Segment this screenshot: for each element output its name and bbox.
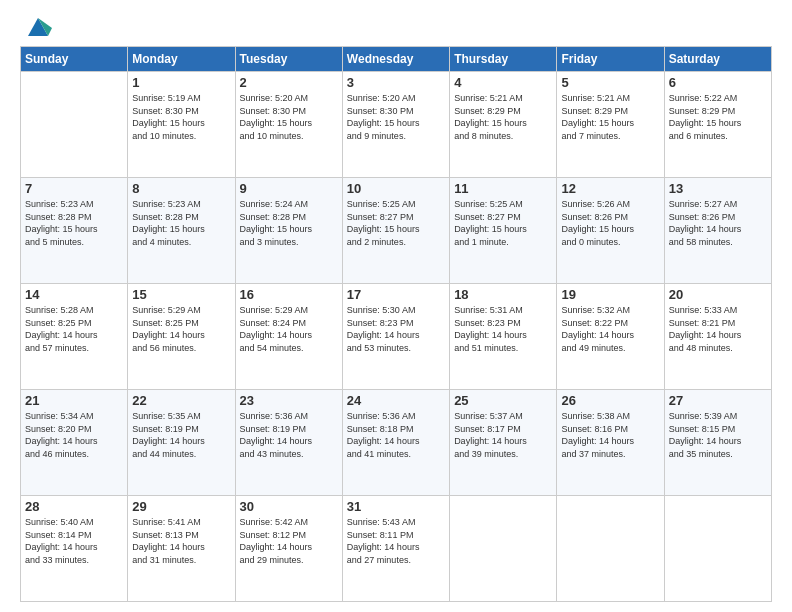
cell-info: Sunrise: 5:21 AM Sunset: 8:29 PM Dayligh… bbox=[454, 92, 552, 142]
cell-info: Sunrise: 5:33 AM Sunset: 8:21 PM Dayligh… bbox=[669, 304, 767, 354]
calendar-cell: 27Sunrise: 5:39 AM Sunset: 8:15 PM Dayli… bbox=[664, 390, 771, 496]
calendar-cell: 29Sunrise: 5:41 AM Sunset: 8:13 PM Dayli… bbox=[128, 496, 235, 602]
cell-info: Sunrise: 5:19 AM Sunset: 8:30 PM Dayligh… bbox=[132, 92, 230, 142]
page: SundayMondayTuesdayWednesdayThursdayFrid… bbox=[0, 0, 792, 612]
cell-info: Sunrise: 5:21 AM Sunset: 8:29 PM Dayligh… bbox=[561, 92, 659, 142]
day-number: 4 bbox=[454, 75, 552, 90]
cell-info: Sunrise: 5:20 AM Sunset: 8:30 PM Dayligh… bbox=[240, 92, 338, 142]
calendar-week-3: 14Sunrise: 5:28 AM Sunset: 8:25 PM Dayli… bbox=[21, 284, 772, 390]
day-number: 7 bbox=[25, 181, 123, 196]
calendar-cell: 19Sunrise: 5:32 AM Sunset: 8:22 PM Dayli… bbox=[557, 284, 664, 390]
calendar-cell bbox=[450, 496, 557, 602]
cell-info: Sunrise: 5:31 AM Sunset: 8:23 PM Dayligh… bbox=[454, 304, 552, 354]
day-number: 17 bbox=[347, 287, 445, 302]
day-number: 12 bbox=[561, 181, 659, 196]
calendar-cell bbox=[21, 72, 128, 178]
calendar-cell: 26Sunrise: 5:38 AM Sunset: 8:16 PM Dayli… bbox=[557, 390, 664, 496]
calendar-cell: 11Sunrise: 5:25 AM Sunset: 8:27 PM Dayli… bbox=[450, 178, 557, 284]
calendar-table: SundayMondayTuesdayWednesdayThursdayFrid… bbox=[20, 46, 772, 602]
day-number: 30 bbox=[240, 499, 338, 514]
cell-info: Sunrise: 5:29 AM Sunset: 8:24 PM Dayligh… bbox=[240, 304, 338, 354]
calendar-header-row: SundayMondayTuesdayWednesdayThursdayFrid… bbox=[21, 47, 772, 72]
calendar-cell: 10Sunrise: 5:25 AM Sunset: 8:27 PM Dayli… bbox=[342, 178, 449, 284]
calendar-cell: 3Sunrise: 5:20 AM Sunset: 8:30 PM Daylig… bbox=[342, 72, 449, 178]
logo bbox=[20, 16, 52, 40]
day-number: 21 bbox=[25, 393, 123, 408]
calendar-cell bbox=[664, 496, 771, 602]
day-number: 10 bbox=[347, 181, 445, 196]
calendar-header-saturday: Saturday bbox=[664, 47, 771, 72]
logo-icon bbox=[24, 12, 52, 40]
cell-info: Sunrise: 5:42 AM Sunset: 8:12 PM Dayligh… bbox=[240, 516, 338, 566]
day-number: 25 bbox=[454, 393, 552, 408]
cell-info: Sunrise: 5:25 AM Sunset: 8:27 PM Dayligh… bbox=[454, 198, 552, 248]
calendar-cell: 6Sunrise: 5:22 AM Sunset: 8:29 PM Daylig… bbox=[664, 72, 771, 178]
calendar-cell: 17Sunrise: 5:30 AM Sunset: 8:23 PM Dayli… bbox=[342, 284, 449, 390]
cell-info: Sunrise: 5:40 AM Sunset: 8:14 PM Dayligh… bbox=[25, 516, 123, 566]
cell-info: Sunrise: 5:35 AM Sunset: 8:19 PM Dayligh… bbox=[132, 410, 230, 460]
cell-info: Sunrise: 5:25 AM Sunset: 8:27 PM Dayligh… bbox=[347, 198, 445, 248]
cell-info: Sunrise: 5:24 AM Sunset: 8:28 PM Dayligh… bbox=[240, 198, 338, 248]
day-number: 16 bbox=[240, 287, 338, 302]
day-number: 29 bbox=[132, 499, 230, 514]
calendar-cell: 1Sunrise: 5:19 AM Sunset: 8:30 PM Daylig… bbox=[128, 72, 235, 178]
calendar-week-5: 28Sunrise: 5:40 AM Sunset: 8:14 PM Dayli… bbox=[21, 496, 772, 602]
cell-info: Sunrise: 5:36 AM Sunset: 8:19 PM Dayligh… bbox=[240, 410, 338, 460]
cell-info: Sunrise: 5:38 AM Sunset: 8:16 PM Dayligh… bbox=[561, 410, 659, 460]
calendar-cell: 4Sunrise: 5:21 AM Sunset: 8:29 PM Daylig… bbox=[450, 72, 557, 178]
day-number: 13 bbox=[669, 181, 767, 196]
cell-info: Sunrise: 5:26 AM Sunset: 8:26 PM Dayligh… bbox=[561, 198, 659, 248]
day-number: 18 bbox=[454, 287, 552, 302]
calendar-cell: 13Sunrise: 5:27 AM Sunset: 8:26 PM Dayli… bbox=[664, 178, 771, 284]
day-number: 8 bbox=[132, 181, 230, 196]
cell-info: Sunrise: 5:43 AM Sunset: 8:11 PM Dayligh… bbox=[347, 516, 445, 566]
calendar-week-4: 21Sunrise: 5:34 AM Sunset: 8:20 PM Dayli… bbox=[21, 390, 772, 496]
day-number: 9 bbox=[240, 181, 338, 196]
calendar-cell: 24Sunrise: 5:36 AM Sunset: 8:18 PM Dayli… bbox=[342, 390, 449, 496]
calendar-header-wednesday: Wednesday bbox=[342, 47, 449, 72]
calendar-cell: 15Sunrise: 5:29 AM Sunset: 8:25 PM Dayli… bbox=[128, 284, 235, 390]
cell-info: Sunrise: 5:29 AM Sunset: 8:25 PM Dayligh… bbox=[132, 304, 230, 354]
cell-info: Sunrise: 5:39 AM Sunset: 8:15 PM Dayligh… bbox=[669, 410, 767, 460]
calendar-cell: 28Sunrise: 5:40 AM Sunset: 8:14 PM Dayli… bbox=[21, 496, 128, 602]
calendar-cell: 30Sunrise: 5:42 AM Sunset: 8:12 PM Dayli… bbox=[235, 496, 342, 602]
calendar-cell: 2Sunrise: 5:20 AM Sunset: 8:30 PM Daylig… bbox=[235, 72, 342, 178]
day-number: 24 bbox=[347, 393, 445, 408]
day-number: 20 bbox=[669, 287, 767, 302]
day-number: 14 bbox=[25, 287, 123, 302]
calendar-header-tuesday: Tuesday bbox=[235, 47, 342, 72]
day-number: 11 bbox=[454, 181, 552, 196]
cell-info: Sunrise: 5:34 AM Sunset: 8:20 PM Dayligh… bbox=[25, 410, 123, 460]
cell-info: Sunrise: 5:37 AM Sunset: 8:17 PM Dayligh… bbox=[454, 410, 552, 460]
header bbox=[20, 16, 772, 40]
calendar-cell: 9Sunrise: 5:24 AM Sunset: 8:28 PM Daylig… bbox=[235, 178, 342, 284]
calendar-cell bbox=[557, 496, 664, 602]
calendar-header-monday: Monday bbox=[128, 47, 235, 72]
day-number: 27 bbox=[669, 393, 767, 408]
calendar-cell: 16Sunrise: 5:29 AM Sunset: 8:24 PM Dayli… bbox=[235, 284, 342, 390]
cell-info: Sunrise: 5:27 AM Sunset: 8:26 PM Dayligh… bbox=[669, 198, 767, 248]
calendar-cell: 7Sunrise: 5:23 AM Sunset: 8:28 PM Daylig… bbox=[21, 178, 128, 284]
day-number: 19 bbox=[561, 287, 659, 302]
calendar-week-1: 1Sunrise: 5:19 AM Sunset: 8:30 PM Daylig… bbox=[21, 72, 772, 178]
calendar-cell: 14Sunrise: 5:28 AM Sunset: 8:25 PM Dayli… bbox=[21, 284, 128, 390]
day-number: 31 bbox=[347, 499, 445, 514]
cell-info: Sunrise: 5:23 AM Sunset: 8:28 PM Dayligh… bbox=[25, 198, 123, 248]
day-number: 15 bbox=[132, 287, 230, 302]
calendar-cell: 12Sunrise: 5:26 AM Sunset: 8:26 PM Dayli… bbox=[557, 178, 664, 284]
day-number: 1 bbox=[132, 75, 230, 90]
calendar-cell: 22Sunrise: 5:35 AM Sunset: 8:19 PM Dayli… bbox=[128, 390, 235, 496]
cell-info: Sunrise: 5:20 AM Sunset: 8:30 PM Dayligh… bbox=[347, 92, 445, 142]
calendar-week-2: 7Sunrise: 5:23 AM Sunset: 8:28 PM Daylig… bbox=[21, 178, 772, 284]
cell-info: Sunrise: 5:41 AM Sunset: 8:13 PM Dayligh… bbox=[132, 516, 230, 566]
cell-info: Sunrise: 5:36 AM Sunset: 8:18 PM Dayligh… bbox=[347, 410, 445, 460]
day-number: 5 bbox=[561, 75, 659, 90]
calendar-cell: 31Sunrise: 5:43 AM Sunset: 8:11 PM Dayli… bbox=[342, 496, 449, 602]
cell-info: Sunrise: 5:23 AM Sunset: 8:28 PM Dayligh… bbox=[132, 198, 230, 248]
calendar-cell: 5Sunrise: 5:21 AM Sunset: 8:29 PM Daylig… bbox=[557, 72, 664, 178]
calendar-cell: 21Sunrise: 5:34 AM Sunset: 8:20 PM Dayli… bbox=[21, 390, 128, 496]
day-number: 6 bbox=[669, 75, 767, 90]
cell-info: Sunrise: 5:32 AM Sunset: 8:22 PM Dayligh… bbox=[561, 304, 659, 354]
day-number: 28 bbox=[25, 499, 123, 514]
calendar-cell: 23Sunrise: 5:36 AM Sunset: 8:19 PM Dayli… bbox=[235, 390, 342, 496]
